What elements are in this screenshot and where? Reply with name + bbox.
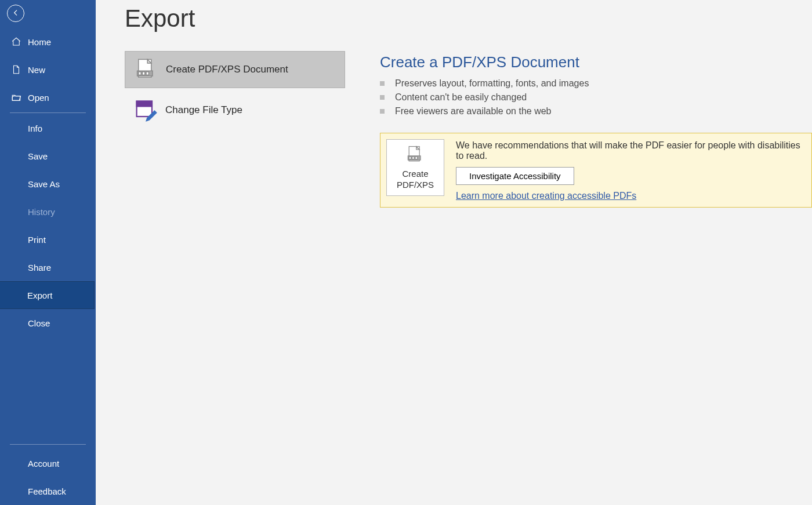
sidebar-item-account[interactable]: Account (0, 449, 96, 477)
sidebar-item-save[interactable]: Save (0, 142, 96, 170)
sidebar-item-label: Save (28, 151, 48, 161)
create-btn-line1: Create (402, 169, 428, 180)
sidebar-item-history: History (0, 198, 96, 226)
sidebar-primary-list: Home New Open (0, 28, 96, 111)
pdf-document-icon (133, 57, 159, 82)
sidebar-item-share[interactable]: Share (0, 253, 96, 281)
sidebar-item-close[interactable]: Close (0, 309, 96, 337)
sidebar-item-info[interactable]: Info (0, 114, 96, 142)
sidebar-item-feedback[interactable]: Feedback (0, 477, 96, 505)
option-change-file-type[interactable]: Change File Type (125, 92, 345, 129)
option-label: Create PDF/XPS Document (166, 64, 288, 75)
sidebar-bottom-list: Account Feedback (0, 449, 96, 505)
sidebar-item-label: Account (28, 459, 59, 468)
folder-open-icon (10, 92, 23, 103)
detail-bullet: Free viewers are available on the web (380, 106, 812, 117)
sidebar-item-label: Feedback (28, 486, 66, 496)
bullet-icon (380, 81, 385, 86)
change-file-type-icon (133, 97, 158, 123)
create-btn-line2: PDF/XPS (397, 180, 434, 191)
sidebar-item-open[interactable]: Open (0, 83, 96, 111)
main-area: Export Create PDF/XPS Document (96, 0, 812, 505)
option-create-pdf-xps[interactable]: Create PDF/XPS Document (125, 51, 345, 88)
back-button[interactable] (7, 5, 24, 22)
sidebar-item-label: Open (28, 93, 49, 103)
sidebar-divider (10, 444, 86, 445)
sidebar-item-label: Save As (28, 179, 60, 189)
sidebar-item-label: New (28, 65, 45, 75)
svg-rect-12 (409, 157, 411, 159)
bullet-text: Content can't be easily changed (395, 92, 527, 103)
sidebar-item-label: Export (27, 290, 52, 300)
callout-body: We have recommendations that will make t… (456, 139, 801, 201)
accessibility-callout: Create PDF/XPS We have recommendations t… (380, 133, 812, 208)
svg-rect-3 (139, 72, 141, 75)
sidebar-item-label: Home (28, 37, 51, 47)
sidebar-item-new[interactable]: New (0, 56, 96, 83)
svg-rect-14 (415, 157, 418, 159)
detail-bullet: Preserves layout, formatting, fonts, and… (380, 78, 812, 89)
svg-rect-4 (142, 72, 144, 75)
bullet-icon (380, 109, 385, 114)
option-label: Change File Type (165, 104, 242, 116)
sidebar-item-export[interactable]: Export (0, 281, 95, 309)
bullet-icon (380, 95, 385, 100)
sidebar-item-home[interactable]: Home (0, 28, 96, 56)
learn-more-link[interactable]: Learn more about creating accessible PDF… (456, 191, 636, 201)
sidebar-item-print[interactable]: Print (0, 226, 96, 253)
bullet-text: Free viewers are available on the web (395, 106, 551, 117)
callout-text: We have recommendations that will make t… (456, 140, 801, 161)
sidebar-file-ops-list: Info Save Save As History Print Share Ex… (0, 114, 96, 337)
sidebar-divider (10, 112, 86, 113)
detail-column: Create a PDF/XPS Document Preserves layo… (380, 0, 812, 505)
home-icon (10, 37, 23, 47)
pdf-document-icon (405, 144, 426, 165)
investigate-accessibility-button[interactable]: Investigate Accessibility (456, 167, 574, 185)
detail-bullet: Content can't be easily changed (380, 92, 812, 103)
detail-bullets: Preserves layout, formatting, fonts, and… (380, 78, 812, 117)
svg-rect-13 (412, 157, 415, 159)
create-pdf-xps-button[interactable]: Create PDF/XPS (386, 139, 444, 196)
svg-rect-5 (146, 72, 148, 75)
page-title: Export (125, 5, 380, 32)
sidebar-item-label: History (28, 207, 55, 217)
export-options-column: Export Create PDF/XPS Document (125, 0, 380, 505)
export-option-list: Create PDF/XPS Document Change File Type (125, 51, 345, 129)
sidebar-item-label: Info (28, 123, 42, 133)
sidebar-item-saveas[interactable]: Save As (0, 170, 96, 198)
svg-rect-7 (137, 101, 152, 107)
detail-title: Create a PDF/XPS Document (380, 53, 812, 71)
file-icon (10, 64, 23, 75)
sidebar-item-label: Print (28, 235, 46, 245)
arrow-left-icon (12, 9, 20, 19)
bullet-text: Preserves layout, formatting, fonts, and… (395, 78, 589, 89)
sidebar-item-label: Close (28, 318, 50, 328)
sidebar-item-label: Share (28, 263, 51, 273)
backstage-sidebar: Home New Open Info Save Save As History … (0, 0, 96, 505)
